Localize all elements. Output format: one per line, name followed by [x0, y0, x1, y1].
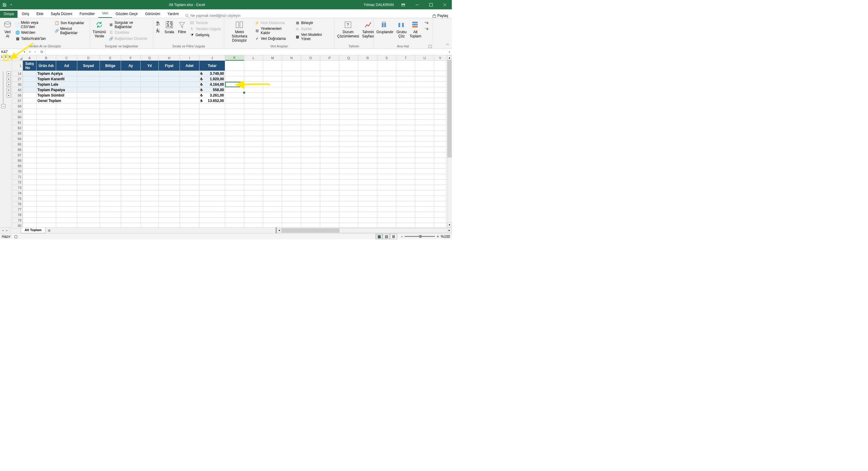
- cell-38-J[interactable]: ₺4.164,00: [199, 82, 225, 87]
- worksheet[interactable]: ABCDEFGHIJKLMNOPQRSTUV Satış NoÜrün AdıA…: [23, 55, 447, 227]
- cell-57-N[interactable]: [282, 98, 301, 103]
- cell-66-G[interactable]: [141, 147, 159, 152]
- cell-14-O[interactable]: [301, 71, 320, 76]
- outline-level-3[interactable]: 3: [8, 55, 12, 60]
- cell-78-D[interactable]: [77, 212, 100, 218]
- row-header-70[interactable]: 70: [12, 169, 23, 174]
- cell-61-E[interactable]: [100, 120, 121, 125]
- row-header-80[interactable]: 80: [12, 223, 23, 228]
- cell-77-K[interactable]: [225, 207, 244, 212]
- cell-64-R[interactable]: [358, 136, 377, 142]
- col-header-J[interactable]: J: [199, 55, 225, 61]
- table-header-A[interactable]: Satış No: [23, 61, 36, 71]
- cell-63-E[interactable]: [100, 131, 121, 136]
- cell-73-T[interactable]: [396, 185, 415, 190]
- cell-1-V[interactable]: [434, 61, 446, 71]
- cell-27-H[interactable]: [159, 76, 180, 82]
- cell-70-B[interactable]: [36, 169, 56, 174]
- zoom-out[interactable]: −: [401, 234, 403, 239]
- cell-63-L[interactable]: [244, 131, 263, 136]
- row-header-76[interactable]: 76: [12, 201, 23, 207]
- cell-75-I[interactable]: [180, 196, 199, 201]
- cell-43-I[interactable]: [180, 87, 199, 93]
- row-header-59[interactable]: 59: [12, 109, 23, 114]
- cell-74-G[interactable]: [141, 190, 159, 196]
- cell-64-O[interactable]: [301, 136, 320, 142]
- cell-63-N[interactable]: [282, 131, 301, 136]
- outline-dialog-launcher[interactable]: [429, 45, 432, 48]
- cell-69-A[interactable]: [23, 163, 36, 169]
- cell-63-H[interactable]: [159, 131, 180, 136]
- cell-80-Q[interactable]: [339, 223, 358, 227]
- sheet-nav-next[interactable]: ►: [5, 229, 8, 232]
- cell-72-G[interactable]: [141, 180, 159, 185]
- cell-69-O[interactable]: [301, 163, 320, 169]
- cell-58-M[interactable]: [263, 103, 282, 109]
- cell-62-D[interactable]: [77, 125, 100, 131]
- cell-38-V[interactable]: [434, 82, 446, 87]
- sheet-tab-active[interactable]: Alt Toplam: [21, 227, 45, 233]
- cell-77-V[interactable]: [434, 207, 446, 212]
- table-header-C[interactable]: Ad: [56, 61, 77, 71]
- col-header-B[interactable]: B: [36, 55, 56, 61]
- cell-1-T[interactable]: [396, 61, 415, 71]
- cell-61-F[interactable]: [121, 120, 141, 125]
- cell-14-U[interactable]: [415, 71, 434, 76]
- cell-59-P[interactable]: [320, 109, 339, 114]
- cell-70-P[interactable]: [320, 169, 339, 174]
- cell-66-N[interactable]: [282, 147, 301, 152]
- cell-38-D[interactable]: [77, 82, 100, 87]
- cell-74-M[interactable]: [263, 190, 282, 196]
- cell-62-V[interactable]: [434, 125, 446, 131]
- cell-38-N[interactable]: [282, 82, 301, 87]
- cell-57-F[interactable]: [121, 98, 141, 103]
- cell-27-N[interactable]: [282, 76, 301, 82]
- row-header-65[interactable]: 65: [12, 142, 23, 147]
- cell-67-T[interactable]: [396, 152, 415, 158]
- cell-62-K[interactable]: [225, 125, 244, 131]
- cell-72-O[interactable]: [301, 180, 320, 185]
- hide-detail[interactable]: ⁻≡: [423, 26, 431, 32]
- cell-64-C[interactable]: [56, 136, 77, 142]
- cell-66-E[interactable]: [100, 147, 121, 152]
- cell-67-D[interactable]: [77, 152, 100, 158]
- cell-77-E[interactable]: [100, 207, 121, 212]
- cell-74-E[interactable]: [100, 190, 121, 196]
- cell-14-J[interactable]: ₺3.749,00: [199, 71, 225, 76]
- cell-73-P[interactable]: [320, 185, 339, 190]
- cell-72-V[interactable]: [434, 180, 446, 185]
- cell-56-K[interactable]: [225, 93, 244, 98]
- cell-73-F[interactable]: [121, 185, 141, 190]
- cell-57-T[interactable]: [396, 98, 415, 103]
- cell-69-P[interactable]: [320, 163, 339, 169]
- cell-56-M[interactable]: [263, 93, 282, 98]
- tab-review[interactable]: Gözden Geçir: [112, 10, 142, 18]
- cell-62-A[interactable]: [23, 125, 36, 131]
- cell-71-N[interactable]: [282, 174, 301, 180]
- cell-68-J[interactable]: [199, 158, 225, 163]
- cell-75-U[interactable]: [415, 196, 434, 201]
- cell-59-D[interactable]: [77, 109, 100, 114]
- cell-63-O[interactable]: [301, 131, 320, 136]
- cell-67-U[interactable]: [415, 152, 434, 158]
- cell-59-V[interactable]: [434, 109, 446, 114]
- row-header-27[interactable]: 27: [12, 76, 23, 82]
- cell-69-T[interactable]: [396, 163, 415, 169]
- cell-64-P[interactable]: [320, 136, 339, 142]
- cell-60-Q[interactable]: [339, 114, 358, 120]
- view-page-break[interactable]: ⊞: [390, 234, 397, 239]
- cell-79-P[interactable]: [320, 218, 339, 223]
- cell-43-K[interactable]: [225, 87, 244, 93]
- cell-71-G[interactable]: [141, 174, 159, 180]
- cell-78-K[interactable]: [225, 212, 244, 218]
- cell-71-B[interactable]: [36, 174, 56, 180]
- cell-59-E[interactable]: [100, 109, 121, 114]
- cell-38-Q[interactable]: [339, 82, 358, 87]
- cell-56-L[interactable]: [244, 93, 263, 98]
- cell-67-I[interactable]: [180, 152, 199, 158]
- cell-79-T[interactable]: [396, 218, 415, 223]
- cell-63-A[interactable]: [23, 131, 36, 136]
- row-header-75[interactable]: 75: [12, 196, 23, 201]
- cell-80-R[interactable]: [358, 223, 377, 227]
- cell-78-O[interactable]: [301, 212, 320, 218]
